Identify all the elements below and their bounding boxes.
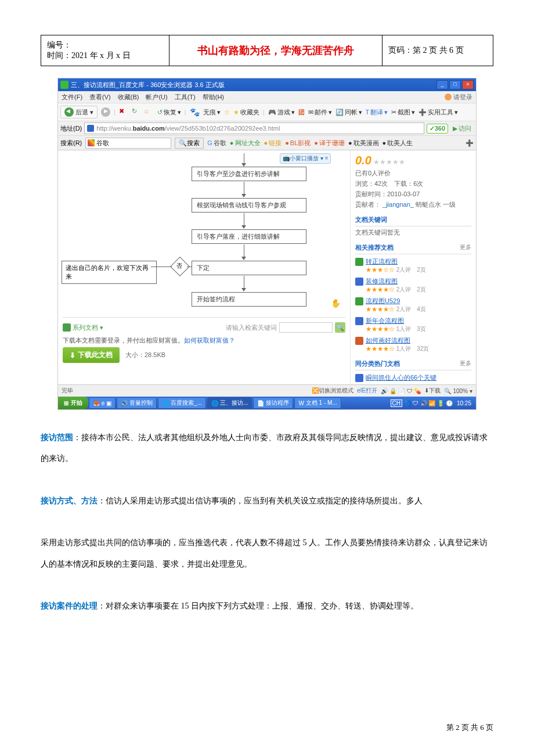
header-left: 编号： 时间：2021 年 x 月 x 日	[41, 35, 169, 66]
address-bar: 地址(D) http://wenku.baidu.com/view/25d553…	[58, 121, 476, 136]
login-hint[interactable]: 请登录	[445, 93, 472, 102]
file-size: 大小：28.5KB	[125, 351, 165, 359]
sitelink-3[interactable]: ●BL影视	[285, 139, 311, 147]
game-button[interactable]: 🎮游戏▾	[268, 108, 295, 117]
toolbar: 后退 ▾ | ✖ ↻ ⌂ ↺恢复 ▾ | 🐾 无痕 ▾ ☆ ★收藏夹 | 🎮游戏…	[58, 103, 476, 121]
sitelink-6[interactable]: ●耽美人生	[383, 139, 413, 147]
keyword-input[interactable]	[279, 322, 333, 333]
search-button[interactable]: 🔍搜索	[175, 138, 204, 149]
sitelink-0[interactable]: G谷歌	[207, 139, 226, 147]
bottom-panel: 系列文档 ▾ 请输入检索关键词 🔍 下载本文档需要登录，并付出相应财富值。如何获…	[63, 317, 345, 352]
id-label: 编号：	[47, 41, 71, 49]
close-button[interactable]: ×	[462, 80, 474, 89]
label-handle: 接访案件的处理	[41, 602, 98, 610]
rating-value: 0.0	[355, 154, 371, 167]
zoom-control[interactable]: 🔍100% ▾	[444, 388, 472, 394]
status-icons: 🔊 🔒 📄 🛡 💊	[381, 388, 421, 394]
fav-add-icon[interactable]: ☆	[224, 109, 230, 116]
contributor-link[interactable]: _jiangnan_	[383, 201, 414, 208]
refresh-icon[interactable]: ↻	[132, 107, 141, 117]
flow-box-5: 开始签约流程	[192, 292, 306, 307]
wealth-link[interactable]: 如何获取财富值？	[184, 337, 235, 344]
group-button[interactable]: 团	[298, 108, 305, 117]
page-label: 页码：	[388, 46, 413, 55]
download-button[interactable]: ⬇下载此文档	[63, 347, 120, 363]
task-item[interactable]: W文档 1 - M...	[294, 397, 341, 409]
restore-button[interactable]: ↺恢复 ▾	[157, 108, 181, 117]
menu-account[interactable]: 帐户(U)	[146, 93, 167, 102]
search-bar: 搜索(R) 谷歌 🔍搜索 G谷歌 ●网址大全 ●链接 ●BL影视 ●译于珊珊 ●…	[58, 136, 476, 150]
flow-box-3: 引导客户落座，进行细致讲解	[192, 229, 306, 244]
download-note: 下载本文档需要登录，并付出相应财富值。如何获取财富值？	[63, 336, 345, 345]
menu-file[interactable]: 文件(F)	[62, 93, 82, 102]
label-scope: 接访范围	[41, 433, 73, 442]
notrace-button[interactable]: 无痕 ▾	[203, 108, 221, 117]
keyword-search-button[interactable]: 🔍	[335, 322, 345, 333]
sitelink-4[interactable]: ●译于珊珊	[314, 139, 345, 147]
minimize-button[interactable]: _	[436, 80, 448, 89]
sitelink-1[interactable]: ●网址大全	[230, 139, 261, 147]
page: 编号： 时间：2021 年 x 月 x 日 书山有路勤为径，学海无涯苦作舟 页码…	[0, 0, 534, 756]
statusbar: 完毕 🔀切换浏览模式 eIE打开 🔊 🔒 📄 🛡 💊 ⬇下载 🔍100% ▾	[58, 384, 476, 397]
page-value: 第 2 页 共 6 页	[413, 46, 464, 55]
related-list: 转正流程图 ★★★☆☆ 2人评 2页 装修流程图 ★★★★☆ 2人评 2页 流程…	[355, 257, 471, 353]
xls-icon	[355, 297, 363, 305]
sync-button[interactable]: 🔄同帐▾	[335, 108, 362, 117]
menu-tools[interactable]: 工具(T)	[175, 93, 196, 102]
related-header: 相关推荐文档更多	[355, 242, 471, 254]
related-item[interactable]: 流程图U529	[355, 297, 471, 305]
more-link[interactable]: 更多	[460, 243, 471, 252]
popup-player[interactable]: 📺小窗口播放 ▾ ×	[280, 153, 331, 164]
go-button[interactable]: ▶访问	[450, 124, 474, 133]
series-docs[interactable]: 系列文档 ▾	[63, 323, 103, 332]
related-item[interactable]: 如何画好流程图	[355, 336, 471, 345]
maximize-button[interactable]: □	[449, 80, 461, 89]
quicklaunch[interactable]: 🦊 e ▣	[89, 397, 116, 409]
search-input[interactable]: 谷歌	[85, 138, 171, 149]
menu-help[interactable]: 帮助(H)	[203, 93, 224, 102]
paragraph-method-1: 接访方式、方法：信访人采用走访形式提出信访事项的，应当到有关机关设立或指定的接待…	[41, 491, 493, 512]
task-item[interactable]: 🌐百度搜索_...	[158, 397, 206, 409]
start-button[interactable]: ⊞ 开始	[58, 397, 88, 409]
add-site-icon[interactable]: ➕	[466, 139, 474, 147]
google-icon	[88, 139, 95, 146]
hot-item[interactable]: 瞬间抓住人心的66个关键	[355, 373, 471, 382]
mail-button[interactable]: ✉邮件▾	[308, 108, 332, 117]
ie-open[interactable]: eIE打开	[357, 387, 377, 395]
header-motto: 书山有路勤为径，学海无涯苦作舟	[169, 35, 383, 66]
paw-icon[interactable]: 🐾	[190, 107, 200, 117]
related-item[interactable]: 装修流程图	[355, 277, 471, 286]
back-button[interactable]: 后退 ▾	[60, 106, 98, 118]
related-item[interactable]: 新年会流程图	[355, 316, 471, 325]
keywords-header: 文档关键词	[355, 214, 471, 226]
sitelink-2[interactable]: ●链接	[264, 139, 282, 147]
addr-input[interactable]: http://wenku.baidu.com/view/25d553b102d2…	[84, 123, 424, 134]
sitelink-5[interactable]: ●耽美漫画	[348, 139, 379, 147]
tools-button[interactable]: ➕实用工具▾	[418, 108, 458, 117]
lang-indicator[interactable]: CH	[391, 399, 402, 407]
xls-icon	[355, 258, 363, 266]
clock[interactable]: 10:25	[454, 400, 474, 406]
menu-view[interactable]: 查看(V)	[89, 93, 111, 102]
related-item[interactable]: 转正流程图	[355, 257, 471, 266]
browser-screenshot: 三、接访流程图_百度文库 - 360安全浏览器 3.6 正式版 _ □ × 文件…	[57, 78, 477, 410]
menu-fav[interactable]: 收藏(B)	[118, 93, 139, 102]
paragraph-method-2: 采用走访形式提出共同的信访事项的，应当推选代表，代表人数不得超过 5 人。工作人…	[41, 532, 493, 575]
task-item[interactable]: 📄接访程序	[253, 397, 293, 409]
task-item-active[interactable]: 🌐三、接访...	[207, 397, 252, 409]
tray-icons[interactable]: 🔵 🛡 🔊 📶 🔋 🕐	[404, 400, 453, 406]
task-item[interactable]: 🔊音量控制	[117, 397, 157, 409]
label-method: 接访方式、方法	[41, 496, 98, 505]
capture-button[interactable]: ✂截图▾	[391, 108, 415, 117]
download-status[interactable]: ⬇下载	[424, 387, 441, 395]
home-icon[interactable]: ⌂	[145, 107, 154, 117]
more-link[interactable]: 更多	[460, 359, 471, 368]
translate-button[interactable]: T翻译▾	[366, 108, 388, 117]
forward-button[interactable]	[101, 107, 110, 117]
kw-placeholder: 请输入检索关键词	[226, 323, 277, 332]
header-right: 页码：第 2 页 共 6 页	[383, 35, 493, 66]
switch-mode[interactable]: 🔀切换浏览模式	[312, 387, 353, 395]
stop-icon[interactable]: ✖	[119, 107, 128, 117]
time-value: 2021 年 x 月 x 日	[71, 51, 131, 60]
favorites-button[interactable]: ★收藏夹	[233, 108, 259, 117]
